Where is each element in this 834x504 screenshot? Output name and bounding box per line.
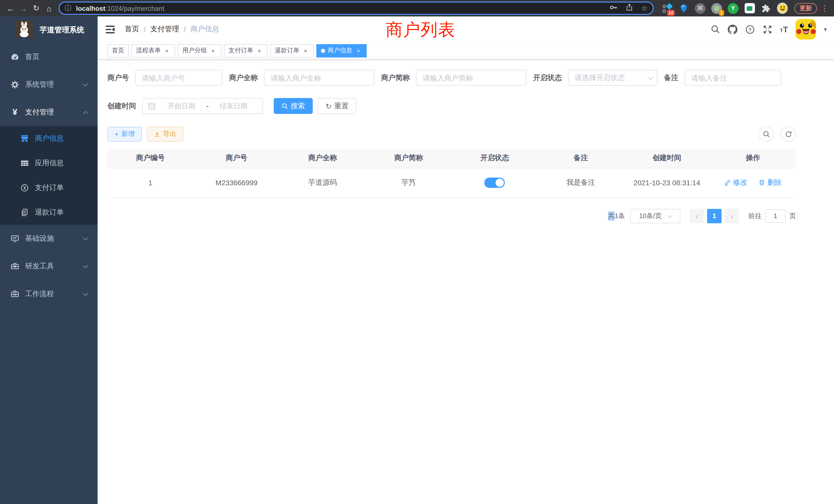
refresh-table-button[interactable] bbox=[781, 126, 796, 142]
extension-command-icon[interactable]: ⌘ bbox=[695, 3, 706, 14]
sidebar-item-merchant-info[interactable]: 商户信息 bbox=[0, 126, 97, 151]
browser-forward-button[interactable]: → bbox=[17, 2, 30, 15]
column-header: 商户号 bbox=[193, 149, 279, 168]
yen-icon: ¥ bbox=[10, 107, 20, 117]
status-switch[interactable] bbox=[485, 178, 505, 188]
field-full-name: 商户全称 bbox=[229, 70, 374, 86]
extension-y-icon[interactable]: Y bbox=[728, 3, 739, 14]
goto-label: 前往 bbox=[748, 211, 762, 221]
chevron-up-icon bbox=[83, 111, 88, 116]
delete-button[interactable]: 删除 bbox=[759, 178, 782, 187]
full-name-input[interactable] bbox=[264, 70, 374, 86]
merchant-no-input[interactable] bbox=[135, 70, 222, 86]
breadcrumb: 首页 / 支付管理 / 商户信息 bbox=[125, 25, 219, 34]
app-frame: 芋道管理系统 首页 bbox=[0, 17, 834, 504]
close-icon[interactable]: × bbox=[256, 47, 263, 54]
prev-page-button[interactable]: ‹ bbox=[690, 209, 704, 223]
refresh-icon: ↻ bbox=[326, 102, 331, 110]
tab-home[interactable]: 首页 bbox=[107, 44, 129, 57]
tab-merchant-info[interactable]: 商户信息 × bbox=[316, 44, 367, 57]
tab-refund-order[interactable]: 退款订单 × bbox=[270, 44, 314, 57]
sidebar-item-workflow[interactable]: 工作流程 bbox=[0, 280, 97, 308]
field-create-time: 创建时间 开始日期 - 结束日期 bbox=[107, 98, 263, 114]
pagination-total-prefix: 共 bbox=[608, 211, 615, 221]
close-icon[interactable]: × bbox=[163, 47, 171, 54]
bookmark-star-icon[interactable]: ☆ bbox=[641, 4, 648, 12]
logo-rabbit-image bbox=[16, 20, 33, 39]
address-bar[interactable]: ⓘ localhost :1024/pay/merchant ☆ bbox=[59, 2, 654, 15]
share-icon[interactable] bbox=[626, 3, 634, 13]
user-avatar[interactable] bbox=[796, 19, 816, 40]
breadcrumb-home[interactable]: 首页 bbox=[125, 25, 139, 34]
search-form-row-1: 商户号 商户全称 商户简称 开启状态 请选择开启状态 bbox=[107, 70, 834, 86]
cell-full-name: 芋道源码 bbox=[280, 168, 366, 198]
goto-page-input[interactable] bbox=[765, 209, 786, 223]
grid-icon bbox=[20, 159, 29, 168]
extension-tampermonkey-icon[interactable]: 10 bbox=[662, 3, 673, 14]
search-icon[interactable] bbox=[710, 25, 720, 34]
tab-process-form[interactable]: 流程表单 × bbox=[131, 44, 175, 57]
search-button[interactable]: 搜索 bbox=[274, 98, 313, 114]
date-range-picker[interactable]: 开始日期 - 结束日期 bbox=[142, 98, 263, 114]
next-page-button[interactable]: › bbox=[725, 209, 739, 223]
navbar-actions: ? TT bbox=[710, 19, 827, 40]
browser-home-button[interactable]: ⌂ bbox=[43, 2, 56, 15]
sidebar-logo[interactable]: 芋道管理系统 bbox=[0, 17, 97, 43]
url-path: :1024/pay/merchant bbox=[105, 4, 164, 12]
sidebar-fold-icon[interactable] bbox=[104, 23, 116, 35]
browser-profile-avatar[interactable] bbox=[777, 3, 788, 14]
browser-reload-button[interactable]: ↻ bbox=[30, 2, 43, 15]
github-icon[interactable] bbox=[727, 24, 737, 34]
pagination: 共 1 条 10条/页 ‹ 1 › 前往 页 bbox=[107, 209, 796, 223]
sidebar-item-system[interactable]: 系统管理 bbox=[0, 71, 97, 98]
close-icon[interactable]: × bbox=[355, 47, 362, 54]
tab-user-group[interactable]: 用户分组 × bbox=[178, 44, 221, 57]
help-icon[interactable]: ? bbox=[745, 24, 755, 34]
extension-pin-icon[interactable] bbox=[678, 3, 689, 14]
site-info-icon[interactable]: ⓘ bbox=[65, 4, 71, 13]
page-number-1[interactable]: 1 bbox=[707, 209, 722, 223]
sidebar-item-label: 工作流程 bbox=[25, 290, 54, 299]
user-menu-caret-icon[interactable]: ▾ bbox=[824, 26, 827, 32]
edit-button[interactable]: 修改 bbox=[724, 178, 747, 187]
extension-notification-icon[interactable]: 1 bbox=[711, 3, 722, 14]
sidebar-item-home[interactable]: 首页 bbox=[0, 43, 97, 71]
store-icon bbox=[20, 134, 29, 143]
app-navbar: 首页 / 支付管理 / 商户信息 bbox=[97, 17, 834, 42]
pagination-total: 共 1 条 bbox=[608, 211, 625, 221]
hide-search-button[interactable] bbox=[759, 126, 774, 142]
tab-pay-order[interactable]: 支付订单 × bbox=[224, 44, 267, 57]
password-key-icon[interactable] bbox=[609, 3, 618, 14]
extensions-puzzle-icon[interactable] bbox=[761, 3, 771, 14]
column-header: 创建时间 bbox=[624, 149, 710, 168]
fullscreen-icon[interactable] bbox=[762, 24, 772, 34]
close-icon[interactable]: × bbox=[302, 47, 309, 54]
sidebar-item-refund-order[interactable]: 退款订单 bbox=[0, 200, 97, 225]
sidebar-item-dev-tools[interactable]: 研发工具 bbox=[0, 253, 97, 280]
sidebar-item-app-info[interactable]: 应用信息 bbox=[0, 151, 97, 176]
svg-text:?: ? bbox=[748, 27, 751, 32]
merchant-table: 商户编号 商户号 商户全称 商户简称 开启状态 备注 创建时间 操作 1 bbox=[107, 149, 796, 198]
sidebar-item-label: 退款订单 bbox=[35, 208, 64, 217]
font-size-icon[interactable]: TT bbox=[780, 25, 788, 33]
remark-input[interactable] bbox=[684, 70, 781, 86]
browser-update-button[interactable]: 更新 bbox=[794, 3, 817, 14]
url-host: localhost bbox=[76, 4, 105, 12]
sidebar-item-payment[interactable]: ¥ 支付管理 bbox=[0, 98, 97, 126]
browser-menu-icon[interactable]: ⋮ bbox=[819, 4, 830, 13]
toolbox-icon bbox=[10, 262, 20, 271]
sidebar-item-pay-order[interactable]: ¥ 支付订单 bbox=[0, 176, 97, 200]
page-content: 商户号 商户全称 商户简称 开启状态 请选择开启状态 bbox=[97, 60, 834, 504]
short-name-input[interactable] bbox=[416, 70, 526, 86]
page-size-select[interactable]: 10条/页 bbox=[630, 209, 680, 223]
chevron-down-icon bbox=[83, 263, 88, 268]
reset-button[interactable]: ↻ 重置 bbox=[318, 98, 356, 114]
add-button[interactable]: + 新增 bbox=[107, 127, 142, 141]
extension-notes-icon[interactable] bbox=[744, 3, 755, 14]
status-select[interactable]: 请选择开启状态 bbox=[568, 70, 657, 86]
browser-back-button[interactable]: ← bbox=[4, 2, 17, 15]
breadcrumb-payment[interactable]: 支付管理 bbox=[151, 25, 179, 34]
sidebar-item-infrastructure[interactable]: 基础设施 bbox=[0, 225, 97, 253]
export-button[interactable]: 导出 bbox=[147, 127, 183, 141]
close-icon[interactable]: × bbox=[210, 47, 217, 54]
